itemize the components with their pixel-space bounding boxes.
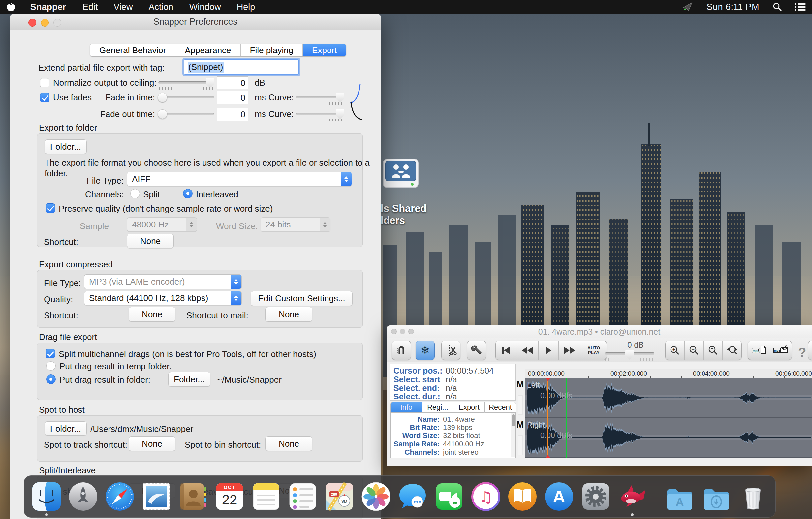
- tab-file-playing[interactable]: File playing: [241, 44, 303, 56]
- magnet-button[interactable]: [392, 341, 411, 360]
- zoom-fit-button[interactable]: =: [704, 341, 723, 359]
- temp-folder-radio[interactable]: [46, 361, 56, 371]
- channels-interleaved-radio[interactable]: [183, 189, 193, 198]
- edit-custom-settings-button[interactable]: Edit Custom Settings...: [251, 291, 353, 306]
- help-button[interactable]: ?: [798, 345, 806, 360]
- prefs-title-bar[interactable]: Snapper Preferences: [10, 14, 381, 30]
- preserve-quality-checkbox[interactable]: [46, 203, 55, 213]
- dock-icon-app-store[interactable]: A: [544, 481, 574, 512]
- status-app-icon[interactable]: [676, 0, 699, 14]
- menu-view[interactable]: View: [106, 2, 141, 12]
- dock-icon-snapper[interactable]: [617, 481, 647, 512]
- audio-title-bar[interactable]: 01. 4ware.mp3 • claro@union.net: [386, 325, 812, 338]
- left-channel-fader[interactable]: [518, 395, 523, 415]
- tag-input[interactable]: (Snippet): [184, 59, 299, 75]
- fade-in-slider-thumb[interactable]: [158, 93, 167, 102]
- folder-file-type-popup[interactable]: AIFF: [127, 172, 352, 186]
- split-multichannel-checkbox[interactable]: [46, 349, 55, 358]
- notification-center-icon[interactable]: [788, 0, 812, 14]
- shared-folders-desktop-icon[interactable]: [382, 159, 421, 197]
- dock-icon-downloads-folder[interactable]: [701, 481, 731, 512]
- dock-icon-reminders[interactable]: [288, 481, 318, 512]
- normalize-value-field[interactable]: 0: [217, 76, 248, 89]
- tools-button[interactable]: [467, 341, 486, 360]
- shortcut-to-mail-button[interactable]: None: [265, 307, 312, 322]
- dock-icon-contacts[interactable]: [178, 481, 208, 512]
- normalize-checkbox[interactable]: [40, 78, 50, 87]
- dock-icon-trash[interactable]: [738, 481, 768, 512]
- compressed-file-type-popup[interactable]: MP3 (via LAME encoder): [84, 274, 242, 289]
- waveform-display[interactable]: Left 0.00 dBfs Right 0.00 dBfs: [525, 378, 812, 458]
- tab-recent[interactable]: Recent: [485, 402, 516, 413]
- menu-app-name[interactable]: Snapper: [22, 2, 75, 12]
- menu-window[interactable]: Window: [181, 2, 229, 12]
- normalize-slider[interactable]: [158, 81, 214, 84]
- menu-action[interactable]: Action: [141, 2, 181, 12]
- zoom-out-button[interactable]: −: [685, 341, 704, 359]
- fade-out-value-field[interactable]: 0: [217, 108, 248, 121]
- zoom-selection-button[interactable]: [723, 341, 742, 359]
- shared-folders-label-line2[interactable]: lders: [381, 215, 405, 226]
- timeline-ruler[interactable]: 00:00:00.00000:02:00.00000:04:00.00000:0…: [525, 369, 812, 379]
- dock-icon-itunes[interactable]: ♫: [471, 481, 501, 512]
- spot-track-button[interactable]: None: [128, 436, 175, 451]
- clipped-toolbar-button[interactable]: [808, 341, 812, 360]
- split-cut-button[interactable]: [441, 341, 460, 360]
- export-folder-button[interactable]: Folder...: [45, 139, 87, 154]
- shared-folders-label-line1[interactable]: ls Shared: [381, 203, 427, 215]
- freeze-button[interactable]: ❄: [415, 341, 435, 360]
- tab-appearance[interactable]: Appearance: [175, 44, 240, 56]
- playhead-marker[interactable]: [547, 378, 548, 458]
- dock-icon-photos[interactable]: [361, 481, 391, 512]
- info-scrollbar[interactable]: [511, 413, 516, 457]
- dock-icon-safari[interactable]: [105, 481, 135, 512]
- info-scrollbar-thumb[interactable]: [512, 414, 515, 426]
- spot-folder-button[interactable]: Folder...: [45, 421, 87, 436]
- normalize-slider-thumb[interactable]: [206, 78, 214, 88]
- tab-regions[interactable]: Regi...: [422, 402, 453, 413]
- tab-info[interactable]: Info: [390, 402, 422, 413]
- dock-icon-ibooks[interactable]: [507, 481, 538, 512]
- dock-icon-calendar[interactable]: OCT22: [214, 481, 245, 512]
- dock-icon-messages[interactable]: [398, 481, 428, 512]
- export-mp3-button[interactable]: mp3: [748, 341, 770, 359]
- fade-in-value-field[interactable]: 0: [217, 91, 248, 104]
- fade-out-curve-thumb[interactable]: [336, 109, 344, 119]
- skip-start-button[interactable]: [496, 341, 516, 359]
- menu-edit[interactable]: Edit: [75, 2, 106, 12]
- compressed-shortcut-button[interactable]: None: [128, 307, 175, 322]
- use-fades-checkbox[interactable]: [40, 93, 50, 102]
- tab-export[interactable]: Export: [453, 402, 485, 413]
- fast-forward-button[interactable]: [559, 341, 581, 359]
- tab-export[interactable]: Export: [303, 44, 346, 56]
- fade-out-slider-thumb[interactable]: [158, 109, 167, 119]
- dock-icon-maps[interactable]: 2803D: [324, 481, 354, 512]
- drag-folder-button[interactable]: Folder...: [168, 372, 210, 387]
- right-channel-fader[interactable]: [518, 435, 523, 455]
- dock-icon-facetime[interactable]: [434, 481, 464, 512]
- left-mute-button[interactable]: M: [517, 379, 525, 389]
- dock-icon-applications-folder[interactable]: A: [665, 481, 695, 512]
- channels-split-radio[interactable]: [130, 189, 140, 198]
- zoom-in-button[interactable]: +: [666, 341, 685, 359]
- quality-popup[interactable]: Standard (44100 Hz, 128 kbps): [84, 291, 242, 305]
- spot-bin-button[interactable]: None: [265, 436, 312, 451]
- dock-icon-launchpad[interactable]: [68, 481, 98, 512]
- play-button[interactable]: [539, 341, 558, 359]
- auto-play-button[interactable]: AUTOPLAY: [581, 341, 607, 359]
- dock-icon-notes[interactable]: [251, 481, 281, 512]
- right-mute-button[interactable]: M: [517, 420, 525, 430]
- apple-logo-icon[interactable]: [0, 0, 22, 14]
- rewind-button[interactable]: [516, 341, 539, 359]
- dock-icon-finder[interactable]: [31, 481, 62, 512]
- menu-help[interactable]: Help: [229, 2, 263, 12]
- mail-mp3-button[interactable]: mp3: [770, 341, 792, 359]
- tab-general-behavior[interactable]: General Behavior: [90, 44, 175, 56]
- folder-shortcut-button[interactable]: None: [127, 234, 174, 248]
- spotlight-icon[interactable]: [766, 0, 788, 14]
- drag-folder-radio[interactable]: [46, 374, 56, 384]
- menu-clock[interactable]: Sun 6:11 PM: [699, 2, 766, 12]
- fade-in-curve-thumb[interactable]: [336, 93, 344, 103]
- dock-icon-mail[interactable]: [141, 481, 172, 512]
- dock-icon-system-preferences[interactable]: [580, 481, 611, 512]
